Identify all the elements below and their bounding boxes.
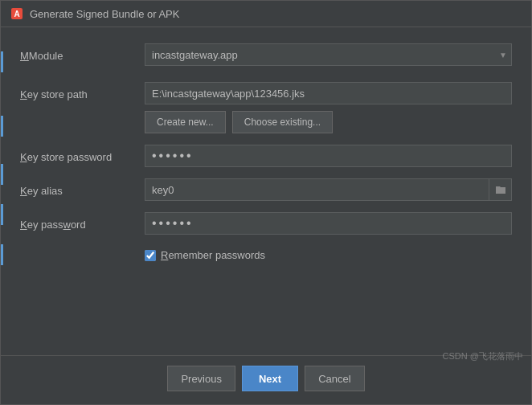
dialog: A Generate Signed Bundle or APK MModule … (0, 0, 532, 405)
next-button[interactable]: Next (242, 366, 298, 391)
keypassword-label: Key password (20, 217, 145, 231)
remember-passwords-row: Remember passwords (145, 249, 512, 261)
keystorepath-input[interactable] (145, 82, 512, 104)
choose-existing-button[interactable]: Choose existing... (232, 111, 333, 133)
keyalias-wrapper (145, 178, 512, 201)
cancel-button[interactable]: Cancel (305, 366, 364, 391)
keyalias-input[interactable] (145, 178, 489, 201)
module-row: MModule incastgateway.app ▼ (20, 43, 512, 66)
accent-bar-4 (1, 204, 3, 225)
accent-bar-5 (1, 244, 3, 265)
keystorepath-buttons: Create new... Choose existing... (145, 111, 512, 133)
accent-bar-1 (1, 51, 3, 72)
create-new-button[interactable]: Create new... (145, 111, 226, 133)
module-label: MModule (20, 48, 145, 62)
accent-bar-3 (1, 164, 3, 185)
svg-text:A: A (14, 10, 19, 18)
keyalias-label: Key alias (20, 183, 145, 197)
title-bar: A Generate Signed Bundle or APK (1, 1, 531, 27)
keystorepassword-row: Key store password (20, 145, 512, 167)
dialog-footer: Previous Next Cancel (1, 355, 531, 404)
accent-bar-2 (1, 116, 3, 137)
module-select-wrapper: incastgateway.app ▼ (145, 43, 512, 66)
folder-icon (495, 185, 506, 194)
dialog-title: Generate Signed Bundle or APK (30, 8, 179, 20)
remember-passwords-checkbox[interactable] (145, 250, 156, 261)
keypassword-row: Key password (20, 212, 512, 235)
keypassword-input[interactable] (145, 212, 512, 235)
keystorepath-row: Key store path (20, 82, 512, 104)
keyalias-folder-button[interactable] (489, 178, 512, 201)
dialog-icon: A (10, 7, 23, 20)
keystorepassword-label: Key store password (20, 149, 145, 163)
remember-passwords-label[interactable]: Remember passwords (161, 249, 265, 261)
module-select[interactable]: incastgateway.app (145, 43, 512, 66)
keyalias-row: Key alias (20, 178, 512, 201)
keystorepath-label: Key store path (20, 87, 145, 100)
previous-button[interactable]: Previous (167, 366, 235, 391)
dialog-body: MModule incastgateway.app ▼ Key store pa… (1, 27, 531, 355)
keystorepassword-input[interactable] (145, 145, 512, 167)
form-content: MModule incastgateway.app ▼ Key store pa… (1, 27, 531, 355)
